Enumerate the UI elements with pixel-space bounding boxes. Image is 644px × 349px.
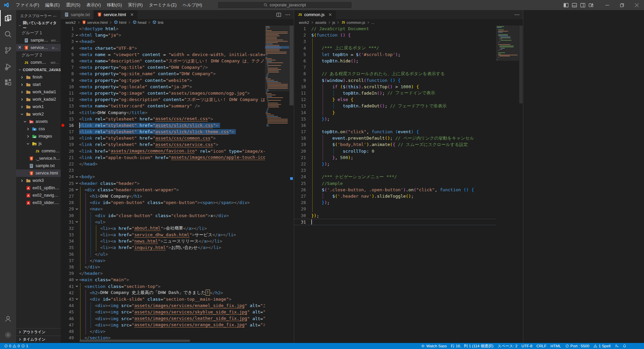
status-1 Spell[interactable]: 1 Spell <box>591 344 612 348</box>
fold-icon[interactable] <box>74 188 79 192</box>
tree-item-sample.txt[interactable]: sample.txt <box>16 162 61 169</box>
workspace-root-header[interactable]: CORPORATE_JAVASCRIPT <box>16 66 61 73</box>
breadcrumb-link[interactable]: link <box>152 20 163 24</box>
tree-item-css[interactable]: 3css <box>16 125 61 133</box>
close-icon[interactable] <box>130 12 134 17</box>
split-editor-icon[interactable] <box>276 12 281 17</box>
toggle-secondary-sidebar-icon[interactable] <box>580 3 585 8</box>
fold-icon[interactable] <box>74 33 79 37</box>
open-editor-sample.txt[interactable]: sample.txtwork2 <box>16 37 61 44</box>
fold-icon[interactable] <box>74 284 79 288</box>
breadcrumb-html[interactable]: html <box>114 20 126 24</box>
tree-item-start[interactable]: start <box>16 81 61 88</box>
toggle-panel-icon[interactable] <box>572 3 577 8</box>
fold-icon[interactable] <box>74 278 79 282</box>
nav-forward-icon[interactable]: → <box>181 2 186 8</box>
tree-item-service.html[interactable]: 5service.html <box>16 169 61 177</box>
section-タイムライン[interactable]: タイムライン <box>16 336 61 343</box>
status-Port : 5500[interactable]: Port : 5500 <box>563 344 591 348</box>
tree-item-finish[interactable]: finish <box>16 73 61 81</box>
close-window-button[interactable] <box>629 0 644 10</box>
account-icon[interactable] <box>0 311 16 327</box>
menu-選択(S)[interactable]: 選択(S) <box>63 0 83 10</box>
status-UTF-8[interactable]: UTF-8 <box>520 344 535 348</box>
tab-service.html[interactable]: 5service.html <box>94 10 138 19</box>
code-editor-common-js[interactable]: 1// JavaScript Document2$(function () {3… <box>294 26 496 343</box>
status-CRLF[interactable]: CRLF <box>534 344 548 348</box>
tab-sample.txt[interactable]: sample.txt <box>61 10 94 19</box>
tree-item-ex03_slider.pdf[interactable]: Aex03_slider.pdf <box>16 199 61 206</box>
status-feedback-icon[interactable] <box>612 344 621 348</box>
settings-gear-icon[interactable] <box>0 327 16 343</box>
scrollbar-group2[interactable] <box>519 26 523 343</box>
minimap-group1[interactable] <box>265 26 289 343</box>
status-スペース: 2[interactable]: スペース: 2 <box>495 344 520 349</box>
more-actions-icon[interactable]: ⋯ <box>285 11 290 18</box>
source-control-icon[interactable] <box>0 42 16 58</box>
more-actions-icon[interactable]: ⋯ <box>514 11 520 18</box>
tree-item-work_kadai1[interactable]: work_kadai1 <box>16 88 61 96</box>
menu-表示(V)[interactable]: 表示(V) <box>84 0 104 10</box>
toggle-sidebar-icon[interactable] <box>564 3 569 8</box>
tree-item-common.js[interactable]: JScommon.js <box>16 147 61 155</box>
open-editor-common.js[interactable]: JScommon.jswork... <box>16 59 61 66</box>
menu-移動(G)[interactable]: 移動(G) <box>104 0 125 10</box>
status-HTML[interactable]: HTML <box>548 344 563 348</box>
breadcrumb-work2[interactable]: work2 <box>299 20 309 24</box>
close-icon[interactable] <box>328 12 332 17</box>
tree-item-js[interactable]: JSjs <box>16 140 61 147</box>
tree-item-work3[interactable]: work3 <box>16 177 61 184</box>
tree-item-ex02_navigation.p...[interactable]: Aex02_navigation.p... <box>16 192 61 199</box>
breakpoint-icon[interactable] <box>61 124 64 127</box>
search-icon[interactable] <box>0 26 16 42</box>
tree-item-assets[interactable]: assets <box>16 118 61 125</box>
run-debug-icon[interactable] <box>0 58 16 74</box>
status-Watch Sass[interactable]: Watch Sass <box>419 344 449 348</box>
minimize-button[interactable] <box>600 0 614 10</box>
fold-icon[interactable] <box>74 175 79 179</box>
breadcrumb-service.html[interactable]: 5service.html <box>82 20 108 24</box>
fold-icon[interactable] <box>74 207 79 211</box>
tree-item-work1[interactable]: work1 <box>16 103 61 110</box>
status-bell-icon[interactable] <box>621 344 629 348</box>
breadcrumb-assets[interactable]: assets <box>315 20 326 24</box>
tree-item-work_kadai2[interactable]: work_kadai2 <box>16 96 61 103</box>
minimap-group2[interactable] <box>496 26 519 343</box>
section-アウトライン[interactable]: アウトライン <box>16 328 61 336</box>
close-icon[interactable] <box>17 45 22 50</box>
tab-common.js[interactable]: JScommon.js <box>294 10 336 19</box>
breadcrumb-...[interactable]: ... <box>371 20 375 24</box>
status-行 16、列 1 (114 個選択)[interactable]: 行 16、列 1 (114 個選択) <box>449 344 495 349</box>
explorer-icon[interactable] <box>0 10 16 26</box>
scrollbar-group1[interactable] <box>289 26 294 343</box>
breadcrumb-head[interactable]: head <box>132 20 147 24</box>
menu-ファイル(F)[interactable]: ファイル(F) <box>13 0 42 10</box>
nav-back-icon[interactable]: ← <box>172 2 177 8</box>
fold-icon[interactable] <box>74 40 79 44</box>
tree-item-images[interactable]: images <box>16 133 61 140</box>
command-center-search[interactable]: corporate_javascript <box>217 1 352 9</box>
code-line: 48 </div> <box>61 328 265 335</box>
fold-icon[interactable] <box>74 181 79 185</box>
tree-item-ex01_upBtn.pdf[interactable]: Aex01_upBtn.pdf <box>16 184 61 192</box>
code-line: 38 </div> <box>61 264 265 270</box>
breadcrumb-js[interactable]: js <box>332 20 335 24</box>
restore-button[interactable] <box>614 0 629 10</box>
open-editor-service.html[interactable]: 5service.htmlwork2 <box>16 44 61 51</box>
extensions-icon[interactable] <box>0 74 16 91</box>
problems-status[interactable]: 001 <box>2 344 30 348</box>
breadcrumb-common.js[interactable]: JScommon.js <box>341 20 365 24</box>
fold-icon[interactable] <box>74 220 79 224</box>
fold-icon[interactable] <box>74 297 79 301</box>
tree-item-._service.html[interactable]: 5._service.html <box>16 155 61 162</box>
horizontal-scrollbar-group1[interactable] <box>79 340 190 342</box>
tree-item-work2[interactable]: work2 <box>16 110 61 118</box>
open-editors-header[interactable]: 開いているエディター <box>16 22 61 29</box>
explorer-more-icon[interactable]: ⋯ <box>53 14 57 18</box>
menu-実行(R)[interactable]: 実行(R) <box>125 0 146 10</box>
menu-編集(E)[interactable]: 編集(E) <box>42 0 63 10</box>
code-editor-service-html[interactable]: 1<!doctype html>2<html lang="ja">3<head>… <box>61 26 265 343</box>
customize-layout-icon[interactable] <box>589 3 594 8</box>
breadcrumb-work2[interactable]: work2 <box>65 20 76 24</box>
chev-right-icon <box>20 179 24 183</box>
